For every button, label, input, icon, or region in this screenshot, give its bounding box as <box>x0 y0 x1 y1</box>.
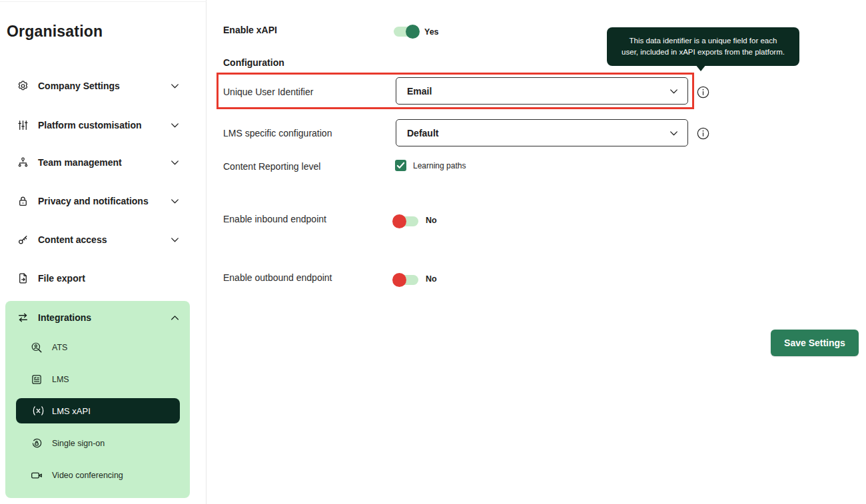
video-camera-icon <box>31 469 43 481</box>
sidebar-item-company-settings[interactable]: Company Settings <box>0 75 207 97</box>
sidebar-item-label: Company Settings <box>38 81 120 91</box>
toggle-knob <box>392 273 406 287</box>
inbound-endpoint-toggle[interactable] <box>394 216 418 226</box>
chevron-down-icon[interactable] <box>169 81 181 92</box>
file-export-icon <box>17 273 29 284</box>
checklist-icon <box>31 374 43 385</box>
lms-config-dropdown[interactable]: Default <box>396 119 688 146</box>
sidebar-item-platform-customisation[interactable]: Platform customisation <box>0 114 207 136</box>
sidebar-item-label: Content access <box>38 234 107 245</box>
sidebar-subitem-single-sign-on[interactable]: Single sign-on <box>5 432 190 455</box>
enable-xapi-label: Enable xAPI <box>223 25 277 35</box>
tooltip-line2: user, included in xAPI exports from the … <box>607 47 799 58</box>
gear-icon <box>17 81 29 92</box>
sidebar-subitem-label: LMS xAPI <box>52 406 91 416</box>
tooltip-arrow <box>695 65 706 71</box>
sidebar-subitem-ats[interactable]: ATS <box>5 336 190 359</box>
org-chart-icon <box>17 157 29 168</box>
tooltip-line1: This data identifier is a unique field f… <box>607 35 799 47</box>
unique-user-identifier-label: Unique User Identifier <box>223 87 313 97</box>
dropdown-selected-value: Email <box>407 86 432 97</box>
sidebar-item-label: Privacy and notifications <box>38 196 149 206</box>
unique-user-identifier-dropdown[interactable]: Email <box>396 77 688 105</box>
inbound-endpoint-value: No <box>426 216 437 225</box>
lms-config-label: LMS specific configuration <box>223 128 332 138</box>
sidebar-subitem-lms-xapi[interactable]: LMS xAPI <box>16 398 180 423</box>
sidebar-item-label: Platform customisation <box>38 120 142 130</box>
chevron-down-icon <box>668 127 679 138</box>
sidebar-item-team-management[interactable]: Team management <box>0 151 207 174</box>
sidebar-subitem-video-conferencing[interactable]: Video conferencing <box>5 464 190 487</box>
key-icon <box>17 234 29 246</box>
outbound-endpoint-label: Enable outbound endpoint <box>223 272 332 283</box>
sidebar-subitem-label: Video conferencing <box>52 471 123 480</box>
integrations-group: Integrations ATS LMS <box>5 301 190 498</box>
save-settings-button[interactable]: Save Settings <box>771 330 859 356</box>
person-search-icon <box>31 342 43 354</box>
chevron-down-icon[interactable] <box>169 234 181 246</box>
learning-paths-checkbox[interactable] <box>395 160 406 171</box>
dropdown-selected-value: Default <box>407 128 438 138</box>
sidebar-item-label: Integrations <box>38 312 91 323</box>
content-reporting-label: Content Reporting level <box>223 161 320 172</box>
inbound-endpoint-label: Enable inbound endpoint <box>223 214 326 224</box>
sidebar-item-content-access[interactable]: Content access <box>0 228 207 251</box>
enable-xapi-value: Yes <box>424 27 439 37</box>
sso-person-icon <box>31 437 43 449</box>
sidebar-item-integrations[interactable]: Integrations <box>5 306 190 329</box>
chevron-down-icon <box>668 85 679 97</box>
sidebar-item-privacy-notifications[interactable]: Privacy and notifications <box>0 190 207 212</box>
outbound-endpoint-value: No <box>426 274 437 284</box>
sidebar-subitem-lms[interactable]: LMS <box>5 368 190 391</box>
sidebar-subitem-label: ATS <box>52 343 67 352</box>
sidebar: Organisation Company Settings Platform c… <box>0 0 207 504</box>
sidebar-item-label: File export <box>38 273 85 284</box>
info-icon[interactable] <box>697 86 709 99</box>
outbound-endpoint-toggle[interactable] <box>394 275 418 285</box>
lms-xapi-settings-page: Organisation Company Settings Platform c… <box>0 0 866 504</box>
chevron-down-icon[interactable] <box>169 196 181 207</box>
swap-arrows-icon <box>17 312 29 324</box>
sidebar-item-label: Team management <box>38 157 122 168</box>
sliders-icon <box>17 120 29 131</box>
configuration-heading: Configuration <box>223 57 284 68</box>
sidebar-subitem-label: Single sign-on <box>52 439 105 448</box>
chevron-down-icon[interactable] <box>169 157 181 168</box>
info-icon[interactable] <box>697 127 709 140</box>
chevron-up-icon[interactable] <box>169 312 181 324</box>
sidebar-item-file-export[interactable]: File export <box>0 267 207 290</box>
learning-paths-label: Learning paths <box>413 161 466 170</box>
toggle-knob <box>392 214 406 228</box>
sidebar-subitem-label: LMS <box>52 375 69 384</box>
xapi-icon <box>32 405 45 416</box>
page-title: Organisation <box>7 23 103 41</box>
tooltip: This data identifier is a unique field f… <box>607 27 799 66</box>
enable-xapi-toggle[interactable] <box>394 27 418 37</box>
lock-icon <box>17 196 29 207</box>
toggle-knob <box>406 25 420 39</box>
top-divider <box>0 1 207 2</box>
chevron-down-icon[interactable] <box>169 120 181 131</box>
